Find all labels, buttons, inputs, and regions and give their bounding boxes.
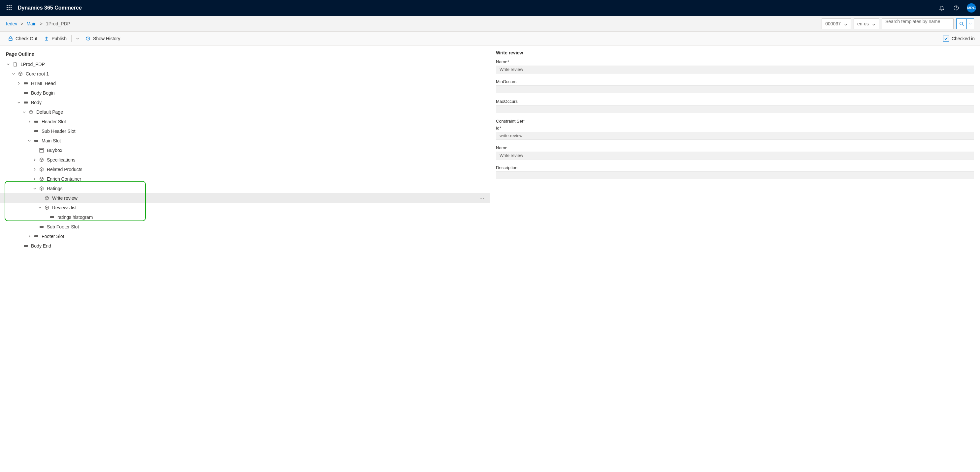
- tree-node-header-slot[interactable]: Header Slot: [0, 117, 490, 126]
- svg-rect-8: [11, 9, 11, 10]
- show-history-button[interactable]: Show History: [83, 34, 123, 43]
- tree-node-body[interactable]: Body: [0, 98, 490, 107]
- tree-node-enrich-container[interactable]: Enrich Container: [0, 174, 490, 184]
- top-bar: Dynamics 365 Commerce MRG: [0, 0, 980, 16]
- outline-tree: 1Prod_PDP Core root 1 HTML Head Body Beg…: [0, 59, 490, 257]
- tree-node-ratings-histogram[interactable]: ratings histogram: [0, 212, 490, 222]
- breadcrumb-link-fedev[interactable]: fedev: [6, 21, 17, 26]
- tree-label: Core root 1: [26, 71, 49, 76]
- svg-rect-13: [24, 82, 28, 84]
- prop-input-id[interactable]: [496, 132, 974, 140]
- chevron-down-icon[interactable]: [22, 110, 26, 114]
- publish-button[interactable]: Publish: [41, 34, 69, 43]
- slot-icon: [39, 224, 44, 230]
- tree-label: Enrich Container: [47, 176, 81, 182]
- main-content: Page Outline 1Prod_PDP Core root 1 HTML …: [0, 46, 980, 472]
- chevron-right-icon[interactable]: [27, 234, 32, 239]
- breadcrumb-separator: >: [40, 21, 43, 26]
- module-icon: [18, 71, 23, 76]
- more-actions-icon[interactable]: ···: [479, 195, 486, 201]
- module-icon: [39, 157, 44, 163]
- publish-split-chevron[interactable]: [73, 33, 81, 44]
- prop-label-name: Name*: [496, 59, 974, 64]
- svg-rect-16: [34, 120, 38, 123]
- tree-node-footer-slot[interactable]: Footer Slot: [0, 231, 490, 241]
- tree-node-html-head[interactable]: HTML Head: [0, 78, 490, 88]
- app-title: Dynamics 365 Commerce: [18, 5, 82, 11]
- chevron-down-icon[interactable]: [16, 100, 21, 105]
- tree-node-ratings[interactable]: Ratings: [0, 184, 490, 193]
- search-button[interactable]: [956, 19, 967, 29]
- help-icon[interactable]: [952, 4, 960, 12]
- prop-input-max-occurs[interactable]: [496, 105, 974, 113]
- tree-node-default-page[interactable]: Default Page: [0, 107, 490, 117]
- page-icon: [13, 62, 18, 67]
- chevron-down-icon[interactable]: [11, 71, 16, 76]
- chevron-right-icon[interactable]: [27, 119, 32, 124]
- breadcrumb-link-main[interactable]: Main: [26, 21, 36, 26]
- notifications-icon[interactable]: [938, 4, 946, 12]
- check-out-button[interactable]: Check Out: [5, 34, 40, 43]
- chevron-down-icon[interactable]: [38, 205, 42, 210]
- prop-label-max-occurs: MaxOccurs: [496, 99, 974, 104]
- prop-label-name2: Name: [496, 145, 974, 150]
- search-input-field[interactable]: [885, 19, 950, 24]
- tree-node-core-root[interactable]: Core root 1: [0, 69, 490, 78]
- svg-rect-20: [40, 149, 43, 150]
- tree-node-sub-footer-slot[interactable]: Sub Footer Slot: [0, 222, 490, 231]
- prop-input-name2[interactable]: [496, 152, 974, 160]
- svg-rect-2: [11, 5, 11, 6]
- prop-input-min-occurs[interactable]: [496, 86, 974, 93]
- tree-node-specifications[interactable]: Specifications: [0, 155, 490, 165]
- tree-node-root[interactable]: 1Prod_PDP: [0, 59, 490, 69]
- show-history-label: Show History: [93, 36, 120, 41]
- breadcrumb-current: 1Prod_PDP: [46, 21, 70, 26]
- tree-node-buybox[interactable]: Buybox: [0, 145, 490, 155]
- prop-input-name[interactable]: [496, 66, 974, 73]
- tree-node-sub-header-slot[interactable]: Sub Header Slot: [0, 126, 490, 136]
- app-launcher-icon[interactable]: [4, 3, 14, 13]
- chevron-down-icon[interactable]: [32, 186, 37, 191]
- site-selector-dropdown[interactable]: 000037: [822, 19, 851, 29]
- tree-label: Buybox: [47, 148, 62, 153]
- publish-icon: [44, 36, 49, 41]
- prop-input-description[interactable]: [496, 171, 974, 179]
- tree-node-body-end[interactable]: Body End: [0, 241, 490, 250]
- tree-node-write-review[interactable]: Write review ···: [0, 193, 490, 203]
- properties-panel: Write review Name* MinOccurs MaxOccurs C…: [490, 46, 980, 472]
- svg-rect-7: [9, 9, 10, 10]
- chevron-right-icon[interactable]: [16, 81, 21, 86]
- breadcrumb: fedev > Main > 1Prod_PDP: [6, 21, 70, 26]
- chevron-right-icon[interactable]: [32, 158, 37, 162]
- module-icon: [29, 109, 33, 115]
- locale-selector-value: en-us: [857, 21, 869, 26]
- command-divider: [71, 35, 72, 42]
- svg-rect-18: [34, 140, 38, 142]
- slot-icon: [33, 128, 39, 134]
- checked-in-label: Checked in: [951, 36, 975, 41]
- chevron-down-icon[interactable]: [6, 62, 11, 67]
- chevron-down-icon[interactable]: [27, 138, 32, 143]
- tree-label: Body Begin: [31, 90, 55, 96]
- tree-node-body-begin[interactable]: Body Begin: [0, 88, 490, 98]
- chevron-right-icon[interactable]: [32, 177, 37, 181]
- tree-label: ratings histogram: [57, 215, 93, 220]
- search-split-button[interactable]: [967, 19, 974, 29]
- search-templates-input[interactable]: [882, 19, 954, 29]
- tree-label: Write review: [52, 195, 78, 201]
- tree-label: Sub Footer Slot: [47, 224, 79, 230]
- locale-selector-dropdown[interactable]: en-us: [854, 19, 879, 29]
- avatar[interactable]: MRG: [967, 3, 976, 13]
- slot-icon: [23, 243, 29, 249]
- chevron-down-icon: [844, 22, 847, 25]
- chevron-right-icon[interactable]: [32, 167, 37, 172]
- tree-label: HTML Head: [31, 81, 56, 86]
- prop-label-description: Description: [496, 165, 974, 170]
- svg-rect-24: [24, 245, 28, 247]
- tree-node-related-products[interactable]: Related Products: [0, 165, 490, 174]
- svg-rect-5: [11, 7, 11, 8]
- tree-node-main-slot[interactable]: Main Slot: [0, 136, 490, 145]
- tree-node-reviews-list[interactable]: Reviews list: [0, 203, 490, 212]
- svg-point-11: [960, 22, 963, 25]
- tree-label: Main Slot: [41, 138, 61, 143]
